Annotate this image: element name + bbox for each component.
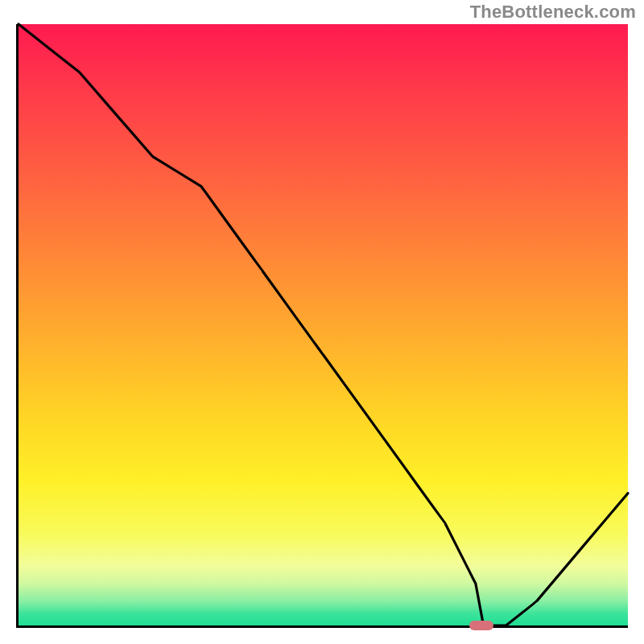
watermark-text: TheBottleneck.com — [470, 2, 636, 23]
plot-frame — [16, 24, 628, 628]
line-chart-svg — [19, 24, 628, 625]
minimum-marker — [469, 621, 493, 630]
chart-container: TheBottleneck.com — [0, 0, 644, 644]
curve-path — [19, 24, 628, 625]
